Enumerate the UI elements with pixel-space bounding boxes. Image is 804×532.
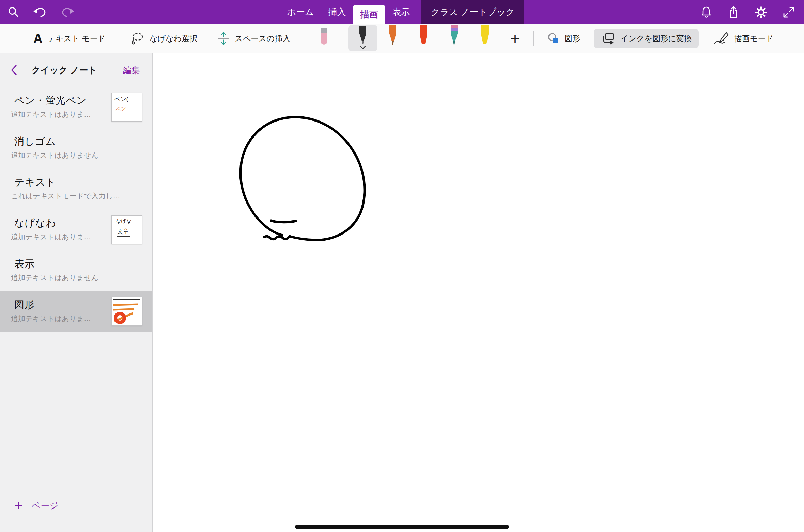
page-list-item[interactable]: 消しゴム 追加テキストはありません <box>0 128 152 169</box>
add-page-label: ページ <box>32 500 59 512</box>
tab-home[interactable]: ホーム <box>280 0 321 24</box>
home-indicator[interactable] <box>295 525 509 529</box>
shapes-icon <box>548 33 559 44</box>
toolbar-divider <box>533 31 534 46</box>
top-bar-right-icons <box>700 0 794 24</box>
text-mode-icon: A <box>33 32 43 45</box>
fullscreen-button[interactable] <box>783 6 794 18</box>
page-title: なげなわ <box>14 216 56 230</box>
top-bar: ホーム 挿入 描画 表示 クラス ノートブック <box>0 0 804 24</box>
thumbnail-text: なげな <box>116 218 142 224</box>
top-bar-left-icons <box>7 0 74 24</box>
tab-view[interactable]: 表示 <box>385 0 417 24</box>
page-thumbnail: なげな 文章 <box>111 215 142 244</box>
shapes-drawing-thumbnail <box>112 297 142 325</box>
gear-icon <box>755 6 767 18</box>
page-subtitle: 追加テキストはありま… <box>11 232 91 242</box>
page-thumbnail <box>111 297 142 326</box>
share-icon <box>728 6 739 19</box>
insert-space-label: スペースの挿入 <box>235 33 290 44</box>
chevron-left-icon <box>10 65 18 76</box>
note-canvas[interactable] <box>153 53 804 532</box>
tab-insert[interactable]: 挿入 <box>321 0 353 24</box>
insert-space-icon <box>217 32 230 45</box>
tab-class-notebook[interactable]: クラス ノートブック <box>421 0 524 24</box>
page-list-item[interactable]: ペン・蛍光ペン 追加テキストはありま… ペン( ペン <box>0 87 152 128</box>
toolbar-divider <box>306 31 306 46</box>
lasso-icon <box>131 32 144 45</box>
highlighter-yellow[interactable] <box>477 25 493 46</box>
add-page-button[interactable]: + ページ <box>12 498 61 513</box>
undo-button[interactable] <box>33 6 47 18</box>
expand-icon <box>783 6 794 18</box>
edit-button[interactable]: 編集 <box>121 64 142 76</box>
onenote-app-window: ホーム 挿入 描画 表示 クラス ノートブック <box>0 0 804 532</box>
ink-to-shape-icon <box>601 32 616 45</box>
sidebar-header: クイック ノート 編集 <box>0 53 152 87</box>
ink-to-shape-button[interactable]: インクを図形に変換 <box>594 29 699 48</box>
chevron-down-icon <box>359 46 366 49</box>
add-pen-button[interactable]: + <box>506 24 525 53</box>
draw-mode-label: 描画モード <box>734 33 774 44</box>
thumbnail-text: 文章 <box>117 228 130 237</box>
page-subtitle: 追加テキストはありません <box>11 150 98 160</box>
pen-orange[interactable] <box>385 25 401 47</box>
search-button[interactable] <box>7 6 20 18</box>
settings-button[interactable] <box>755 6 767 18</box>
lasso-select-label: なげなわ選択 <box>150 33 197 44</box>
page-list-sidebar: クイック ノート 編集 ペン・蛍光ペン 追加テキストはありま… ペン( ペン 消… <box>0 53 153 532</box>
insert-space-button[interactable]: スペースの挿入 <box>215 24 292 53</box>
undo-icon <box>33 6 47 18</box>
thumbnail-text: ペン( <box>114 95 142 103</box>
page-subtitle: これはテキストモードで入力し… <box>11 191 120 201</box>
text-mode-button[interactable]: A テキスト モード <box>31 24 108 53</box>
shapes-label: 図形 <box>565 33 580 44</box>
page-list-item[interactable]: 表示 追加テキストはありません <box>0 251 152 291</box>
page-title: テキスト <box>14 176 56 189</box>
share-button[interactable] <box>728 6 739 19</box>
back-button[interactable] <box>10 65 18 76</box>
text-mode-label: テキスト モード <box>48 33 106 44</box>
draw-mode-button[interactable]: 描画モード <box>711 24 776 53</box>
redo-icon <box>61 6 74 18</box>
redo-button[interactable] <box>61 6 74 18</box>
notifications-button[interactable] <box>700 6 712 19</box>
page-subtitle: 追加テキストはありません <box>11 273 98 283</box>
page-list-item[interactable]: なげなわ 追加テキストはありま… なげな 文章 <box>0 210 152 251</box>
pen-black <box>355 26 371 46</box>
tab-draw[interactable]: 描画 <box>353 5 385 24</box>
page-title: ペン・蛍光ペン <box>14 94 87 108</box>
ink-drawing-circle <box>153 53 804 532</box>
plus-icon: + <box>14 498 23 513</box>
page-list-item[interactable]: テキスト これはテキストモードで入力し… <box>0 169 152 210</box>
thumbnail-text: ペン <box>115 103 142 114</box>
page-title: 図形 <box>14 298 35 312</box>
search-icon <box>7 6 20 18</box>
bell-icon <box>700 6 712 19</box>
notebook-section-title: クイック ノート <box>31 64 97 76</box>
draw-toolbar: A テキスト モード なげなわ選択 スペースの挿入 <box>0 24 804 53</box>
page-subtitle: 追加テキストはありま… <box>11 110 91 119</box>
draw-mode-icon <box>713 32 729 45</box>
ribbon-tabs: ホーム 挿入 描画 表示 クラス ノートブック <box>280 0 524 24</box>
eraser-tool[interactable] <box>316 28 332 48</box>
shapes-button[interactable]: 図形 <box>546 24 582 53</box>
page-title: 表示 <box>14 257 35 271</box>
page-list-item-selected[interactable]: 図形 追加テキストはありま… <box>0 291 152 332</box>
pen-galaxy[interactable] <box>446 25 462 47</box>
selected-pen-well[interactable] <box>348 25 377 51</box>
lasso-select-button[interactable]: なげなわ選択 <box>129 24 199 53</box>
page-subtitle: 追加テキストはありま… <box>11 314 91 323</box>
page-thumbnail: ペン( ペン <box>111 93 142 122</box>
highlighter-red[interactable] <box>416 25 431 46</box>
ink-to-shape-label: インクを図形に変換 <box>620 33 692 44</box>
page-title: 消しゴム <box>14 135 56 148</box>
